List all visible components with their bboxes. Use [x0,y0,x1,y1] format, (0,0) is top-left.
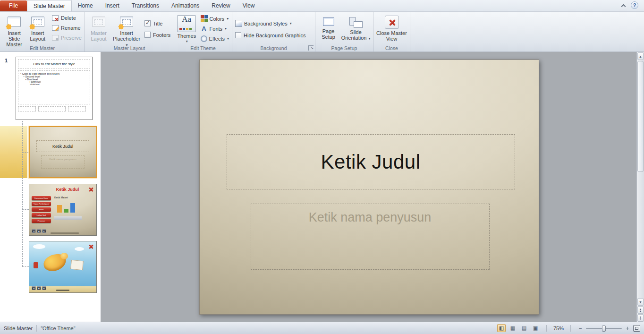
subtitle-placeholder[interactable]: Ketik nama penyusun [251,204,490,270]
effects-button[interactable]: Effects ▾ [199,34,230,43]
scroll-down-button[interactable]: ▼ [637,298,644,306]
footers-checkbox-box [144,32,151,38]
page-setup-icon [323,17,334,26]
help-icon[interactable]: ? [631,1,638,9]
minimize-ribbon-icon[interactable] [621,4,626,9]
delete-label: Delete [61,15,76,21]
tab-transitions[interactable]: Transitions [126,0,165,11]
fit-to-window-button[interactable] [633,325,640,332]
edit-master-group-label: Edit Master [0,45,85,51]
dropdown-arrow-icon: ▾ [225,26,227,31]
cartoon-character-head [60,253,68,259]
tab-slide-master[interactable]: Slide Master [27,0,72,11]
tab-home[interactable]: Home [72,0,99,11]
menu-button: Penyusun [32,219,51,223]
page-setup-button[interactable]: Page Setup [317,13,340,44]
file-tab[interactable]: File [0,0,27,11]
effects-icon [201,35,207,42]
delete-layout-icon[interactable] [88,187,94,192]
footers-checkbox[interactable]: Footers [144,32,170,38]
scroll-up-button[interactable]: ▲ [637,52,644,60]
zoom-slider[interactable] [586,325,622,332]
close-master-view-label: Close Master View [375,30,408,42]
ribbon: Insert Slide Master Insert Layout Delete… [0,12,644,52]
zoom-level[interactable]: 75% [553,325,564,331]
dropdown-arrow-icon: ▾ [227,36,229,41]
reading-view-button[interactable]: ▤ [520,324,528,332]
next-slide-button[interactable]: ▼▼ [637,314,644,322]
edit-theme-group-label: Edit Theme [174,45,232,51]
preserve-icon [51,34,59,42]
cloud-shape [75,247,84,251]
close-master-view-icon [385,16,399,29]
colors-button[interactable]: Colors ▾ [199,14,230,24]
dropdown-arrow-icon: ▾ [186,39,188,44]
menu-button: Materi [32,207,51,212]
master-layout-button[interactable]: Master Layout [86,13,111,44]
colors-label: Colors [210,16,225,22]
page-setup-group: Page Setup Slide Orientation ▾ Page Setu… [315,12,373,51]
title-layout-thumbnail[interactable]: Ketik Judul Ketik nama penyusun [29,126,97,178]
slide-canvas[interactable]: Ketik Judul Ketik nama penyusun [199,60,539,315]
tab-view[interactable]: View [237,0,261,11]
master-layout-icon [91,14,107,29]
layout-connector-line [22,121,23,266]
slide-orientation-label: Slide Orientation ▾ [340,29,372,42]
vertical-scrollbar[interactable]: ▲ ▼ ▲▲ ▼▼ [636,52,644,322]
tab-insert[interactable]: Insert [99,0,126,11]
slide-orientation-icon [349,17,363,28]
double-down-icon: ▼ [639,318,642,320]
hide-background-graphics-box [235,32,241,38]
tab-review[interactable]: Review [205,0,236,11]
delete-layout-icon[interactable] [88,244,94,249]
fonts-button[interactable]: A Fonts ▾ [199,24,230,34]
slideshow-view-button[interactable]: ▣ [531,324,540,332]
insert-layout-button[interactable]: Insert Layout [27,13,48,44]
insert-slide-master-button[interactable]: Insert Slide Master [1,13,27,44]
master-layout-label: Master Layout [86,30,111,42]
menu-layout-thumbnail[interactable]: Ketik Judul Kompetensi Dasar Tujuan Pemb… [29,184,97,236]
insert-placeholder-button[interactable]: Insert Placeholder ▾ [111,13,142,44]
hide-background-graphics-label: Hide Background Graphics [244,33,305,38]
menu-button: Kompetensi Dasar [32,196,51,200]
background-styles-button[interactable]: Background Styles ▾ [234,18,293,28]
tab-animations[interactable]: Animations [165,0,205,11]
close-master-view-button[interactable]: Close Master View [375,13,408,44]
slide-sorter-view-button[interactable]: ▦ [508,324,517,332]
zoom-out-button[interactable]: − [577,325,583,332]
hide-background-graphics-checkbox[interactable]: Hide Background Graphics [234,32,305,38]
nav-home-icon: ■ [37,286,41,290]
title-placeholder-text: Ketik Judul [321,151,421,173]
picture-layout-thumbnail[interactable]: ◄ ■ ► [29,241,97,293]
zoom-slider-thumb[interactable] [602,325,606,332]
effects-label: Effects [209,36,225,42]
master-layout-group: Master Layout Insert Placeholder ▾ ✓ Tit… [85,12,174,51]
normal-view-button[interactable]: ◧ [497,324,506,332]
dropdown-arrow-icon: ▾ [227,17,229,21]
slide-number: 1 [5,58,8,63]
title-checkbox[interactable]: ✓ Title [144,20,170,26]
slide-orientation-button[interactable]: Slide Orientation ▾ [340,13,372,44]
preserve-button[interactable]: Preserve [50,33,83,43]
insert-layout-icon [30,14,46,29]
rename-button[interactable]: Rename [50,23,83,33]
scrollbar-thumb[interactable] [637,61,644,172]
page-setup-label: Page Setup [317,28,340,40]
insert-slide-master-icon [6,14,22,29]
background-styles-icon [235,20,242,27]
zoom-in-button[interactable]: + [625,325,630,332]
themes-button[interactable]: Aa Themes ▾ [176,13,198,44]
thumb-title-placeholder: Ketik Judul [36,140,89,152]
title-placeholder[interactable]: Ketik Judul [227,134,515,189]
status-right-controls: ◧ ▦ ▤ ▣ 75% − + [497,324,640,332]
background-dialog-launcher-icon[interactable]: ↘ [308,45,314,51]
subtitle-placeholder-text: Ketik nama penyusun [309,210,432,224]
background-group-label: Background [232,45,315,51]
ribbon-tab-bar: File Slide Master Home Insert Transition… [0,0,644,12]
master-slide-thumbnail[interactable]: Click to edit Master title style Click t… [16,57,93,120]
delete-icon [51,14,59,22]
delete-button[interactable]: Delete [50,13,83,23]
status-separator [36,325,37,332]
previous-slide-button[interactable]: ▲▲ [637,306,644,314]
menu-button: Latihan Soal [32,213,51,217]
